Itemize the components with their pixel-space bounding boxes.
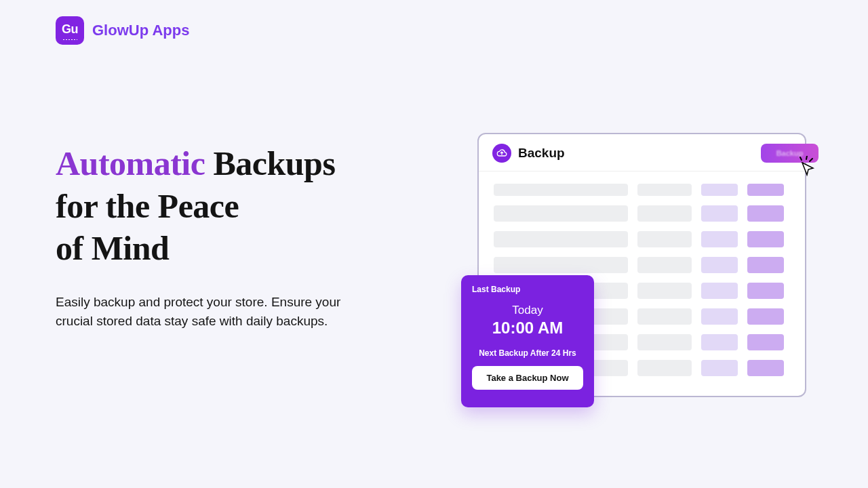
- hero-subtext: Easily backup and protect your store. En…: [56, 293, 368, 331]
- brand-name: GlowUp Apps: [92, 22, 189, 39]
- hero-headline-accent: Automatic: [56, 144, 205, 182]
- cursor-click-icon: [797, 156, 817, 176]
- svg-line-1: [806, 156, 807, 159]
- panel-title: Backup: [518, 146, 565, 161]
- table-row: [494, 231, 790, 247]
- table-row: [494, 257, 790, 273]
- last-backup-card: Last Backup Today 10:00 AM Next Backup A…: [461, 275, 594, 407]
- panel-header: Backup Backup: [479, 134, 805, 171]
- last-backup-date: Today: [472, 304, 583, 317]
- brand-logo-abbrev: Gu: [62, 22, 78, 37]
- hero-section: Automatic Backups for the Peace of Mind …: [56, 142, 408, 331]
- take-backup-now-button[interactable]: Take a Backup Now: [472, 366, 583, 390]
- last-backup-label: Last Backup: [472, 285, 583, 294]
- last-backup-time: 10:00 AM: [472, 319, 583, 338]
- brand-logo-mark: Gu: [56, 16, 84, 45]
- svg-line-0: [800, 157, 802, 160]
- cloud-upload-icon: [492, 144, 511, 163]
- table-row: [494, 184, 790, 196]
- hero-headline: Automatic Backups for the Peace of Mind: [56, 142, 408, 270]
- svg-line-2: [810, 159, 812, 161]
- table-row: [494, 205, 790, 222]
- brand-logo: Gu GlowUp Apps: [56, 16, 189, 45]
- next-backup-label: Next Backup After 24 Hrs: [472, 348, 583, 358]
